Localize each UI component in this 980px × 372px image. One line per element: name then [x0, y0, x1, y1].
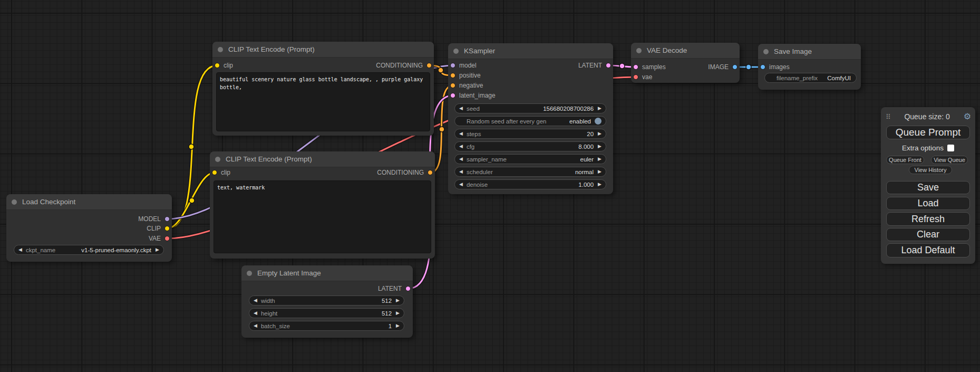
node-title-bar[interactable]: CLIP Text Encode (Prompt): [210, 151, 435, 167]
output-slot-model[interactable]: MODEL: [138, 214, 170, 224]
positive-prompt-textarea[interactable]: beautiful scenery nature glass bottle la…: [216, 72, 430, 131]
increment-arrow-icon[interactable]: ▶: [598, 131, 601, 136]
clip-output-dot[interactable]: [164, 226, 170, 231]
decrement-arrow-icon[interactable]: ◀: [459, 182, 463, 187]
decrement-arrow-icon[interactable]: ◀: [459, 144, 463, 149]
widget-batch-size[interactable]: ◀ batch_size 1 ▶: [249, 321, 404, 331]
queue-prompt-button[interactable]: Queue Prompt: [886, 126, 970, 139]
node-load-checkpoint[interactable]: Load Checkpoint MODEL CLIP VAE ◀ ckpt_na…: [6, 194, 172, 262]
widget-filename-prefix[interactable]: filename_prefix ComfyUI: [764, 73, 857, 83]
positive-input-dot[interactable]: [450, 73, 455, 78]
decrement-arrow-icon[interactable]: ◀: [254, 298, 257, 303]
increment-arrow-icon[interactable]: ▶: [598, 106, 601, 111]
load-default-button[interactable]: Load Default: [886, 243, 970, 257]
node-collapse-dot[interactable]: [215, 157, 220, 162]
conditioning-output-dot[interactable]: [426, 63, 432, 68]
node-ksampler[interactable]: KSampler model positive negative latent_…: [448, 43, 613, 194]
output-slot-conditioning[interactable]: CONDITIONING: [377, 168, 433, 177]
output-slot-image[interactable]: IMAGE: [708, 62, 738, 72]
increment-arrow-icon[interactable]: ▶: [396, 323, 400, 328]
latent-output-dot[interactable]: [405, 286, 411, 291]
input-slot-clip[interactable]: clip: [215, 61, 233, 70]
node-title-bar[interactable]: VAE Decode: [631, 43, 740, 59]
conditioning-output-dot[interactable]: [428, 170, 433, 175]
save-button[interactable]: Save: [886, 181, 970, 194]
widget-height[interactable]: ◀ height 512 ▶: [249, 308, 404, 318]
increment-arrow-icon[interactable]: ▶: [598, 144, 601, 149]
node-save-image[interactable]: Save Image images filename_prefix ComfyU…: [758, 44, 861, 90]
refresh-button[interactable]: Refresh: [886, 212, 970, 226]
node-vae-decode[interactable]: VAE Decode samples vae IMAGE: [631, 43, 740, 83]
node-collapse-dot[interactable]: [218, 47, 223, 52]
widget-ckpt-name[interactable]: ◀ ckpt_name v1-5-pruned-emaonly.ckpt ▶: [14, 245, 164, 255]
drag-handle-icon[interactable]: ⠿: [886, 113, 891, 121]
increment-arrow-icon[interactable]: ▶: [598, 169, 601, 174]
view-queue-button[interactable]: View Queue: [931, 156, 968, 164]
increment-arrow-icon[interactable]: ▶: [156, 247, 159, 252]
input-slot-images[interactable]: images: [760, 62, 790, 72]
node-clip-text-encode-negative[interactable]: CLIP Text Encode (Prompt) clip CONDITION…: [210, 151, 435, 259]
comfyui-graph-canvas[interactable]: { "colors": { "model": "#B39DDB", "clip"…: [0, 0, 980, 372]
image-output-dot[interactable]: [732, 64, 738, 70]
widget-scheduler[interactable]: ◀ scheduler normal ▶: [454, 167, 606, 177]
queue-front-button[interactable]: Queue Front: [886, 156, 924, 164]
widget-width[interactable]: ◀ width 512 ▶: [249, 295, 404, 306]
output-slot-vae[interactable]: VAE: [149, 234, 170, 243]
input-slot-positive[interactable]: positive: [450, 71, 481, 80]
clear-button[interactable]: Clear: [886, 228, 970, 241]
increment-arrow-icon[interactable]: ▶: [598, 182, 601, 187]
node-clip-text-encode-positive[interactable]: CLIP Text Encode (Prompt) clip CONDITION…: [212, 42, 434, 136]
input-slot-samples[interactable]: samples: [633, 62, 666, 72]
latent-output-dot[interactable]: [606, 63, 611, 68]
negative-prompt-textarea[interactable]: text, watermark: [214, 180, 431, 253]
decrement-arrow-icon[interactable]: ◀: [459, 131, 463, 136]
widget-seed[interactable]: ◀ seed 156680208700286 ▶: [454, 103, 606, 113]
negative-input-dot[interactable]: [450, 83, 455, 88]
toggle-knob[interactable]: [595, 118, 601, 125]
decrement-arrow-icon[interactable]: ◀: [459, 106, 463, 111]
samples-input-dot[interactable]: [633, 64, 638, 70]
load-button[interactable]: Load: [886, 197, 970, 210]
clip-input-dot[interactable]: [215, 63, 220, 68]
increment-arrow-icon[interactable]: ▶: [396, 298, 400, 303]
widget-cfg[interactable]: ◀ cfg 8.000 ▶: [454, 141, 606, 151]
output-slot-clip[interactable]: CLIP: [147, 224, 170, 233]
node-collapse-dot[interactable]: [453, 49, 459, 54]
node-collapse-dot[interactable]: [247, 271, 252, 276]
increment-arrow-icon[interactable]: ▶: [396, 311, 400, 316]
input-slot-vae[interactable]: vae: [633, 72, 652, 82]
node-title-bar[interactable]: KSampler: [448, 43, 613, 59]
widget-denoise[interactable]: ◀ denoise 1.000 ▶: [454, 179, 606, 189]
output-slot-latent[interactable]: LATENT: [378, 284, 411, 293]
output-slot-latent[interactable]: LATENT: [578, 61, 611, 70]
widget-random-seed-toggle[interactable]: Random seed after every gen enabled: [454, 116, 606, 126]
decrement-arrow-icon[interactable]: ◀: [459, 169, 463, 174]
input-slot-negative[interactable]: negative: [450, 81, 483, 90]
node-title-bar[interactable]: Empty Latent Image: [241, 265, 413, 281]
input-slot-latent-image[interactable]: latent_image: [450, 91, 496, 100]
input-slot-model[interactable]: model: [450, 61, 477, 70]
node-title-bar[interactable]: Save Image: [758, 44, 861, 60]
decrement-arrow-icon[interactable]: ◀: [18, 247, 22, 252]
images-input-dot[interactable]: [760, 64, 765, 70]
decrement-arrow-icon[interactable]: ◀: [254, 323, 257, 328]
vae-input-dot[interactable]: [633, 74, 638, 80]
decrement-arrow-icon[interactable]: ◀: [254, 311, 257, 316]
node-title-bar[interactable]: Load Checkpoint: [6, 194, 172, 210]
decrement-arrow-icon[interactable]: ◀: [459, 157, 463, 161]
node-empty-latent-image[interactable]: Empty Latent Image LATENT ◀ width 512 ▶ …: [241, 265, 413, 338]
latent-image-input-dot[interactable]: [450, 93, 455, 98]
settings-gear-icon[interactable]: ⚙: [964, 112, 971, 121]
input-slot-clip[interactable]: clip: [212, 168, 230, 177]
clip-input-dot[interactable]: [212, 170, 217, 175]
node-collapse-dot[interactable]: [12, 199, 17, 205]
output-slot-conditioning[interactable]: CONDITIONING: [376, 61, 432, 70]
widget-steps[interactable]: ◀ steps 20 ▶: [454, 129, 606, 139]
node-title-bar[interactable]: CLIP Text Encode (Prompt): [212, 42, 434, 58]
view-history-button[interactable]: View History: [909, 166, 952, 174]
model-output-dot[interactable]: [164, 216, 170, 222]
increment-arrow-icon[interactable]: ▶: [598, 157, 601, 161]
node-collapse-dot[interactable]: [763, 49, 769, 54]
widget-sampler-name[interactable]: ◀ sampler_name euler ▶: [454, 154, 606, 164]
vae-output-dot[interactable]: [164, 236, 170, 241]
